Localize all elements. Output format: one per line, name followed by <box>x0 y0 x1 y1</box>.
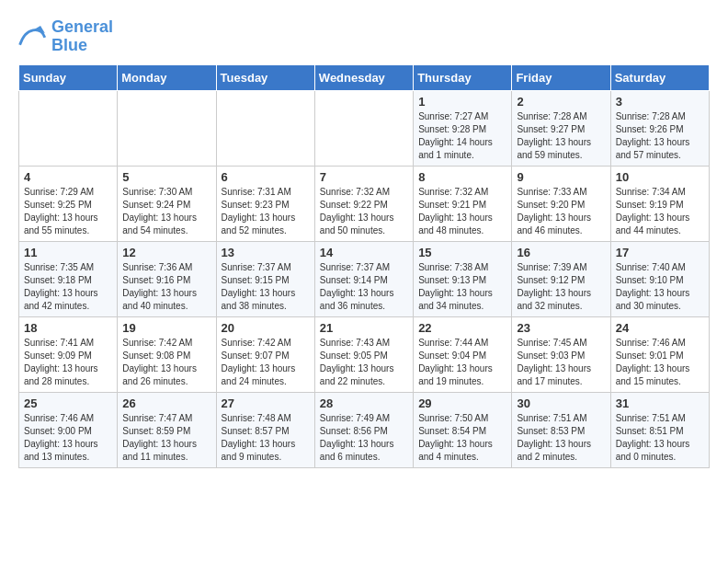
calendar-cell: 2Sunrise: 7:28 AM Sunset: 9:27 PM Daylig… <box>512 90 610 166</box>
day-of-week-header: Thursday <box>414 64 512 90</box>
day-number: 11 <box>24 246 112 259</box>
day-info: Sunrise: 7:37 AM Sunset: 9:14 PM Dayligh… <box>320 261 408 313</box>
calendar-cell <box>314 90 413 166</box>
calendar-cell: 5Sunrise: 7:30 AM Sunset: 9:24 PM Daylig… <box>118 166 216 241</box>
day-number: 18 <box>24 321 112 335</box>
calendar-cell: 30Sunrise: 7:51 AM Sunset: 8:53 PM Dayli… <box>512 392 610 467</box>
day-number: 15 <box>418 246 506 259</box>
day-of-week-header: Monday <box>118 64 216 90</box>
day-number: 13 <box>222 246 310 259</box>
day-info: Sunrise: 7:46 AM Sunset: 9:00 PM Dayligh… <box>24 412 112 464</box>
calendar-cell: 26Sunrise: 7:47 AM Sunset: 8:59 PM Dayli… <box>118 392 216 467</box>
day-info: Sunrise: 7:32 AM Sunset: 9:21 PM Dayligh… <box>418 186 506 237</box>
day-number: 4 <box>24 170 112 184</box>
day-info: Sunrise: 7:49 AM Sunset: 8:56 PM Dayligh… <box>320 412 408 464</box>
day-info: Sunrise: 7:40 AM Sunset: 9:10 PM Dayligh… <box>616 261 704 313</box>
calendar-cell <box>216 90 314 166</box>
calendar-cell: 28Sunrise: 7:49 AM Sunset: 8:56 PM Dayli… <box>314 392 413 467</box>
day-info: Sunrise: 7:38 AM Sunset: 9:13 PM Dayligh… <box>418 261 506 313</box>
calendar-cell: 21Sunrise: 7:43 AM Sunset: 9:05 PM Dayli… <box>314 316 413 392</box>
calendar-cell <box>19 90 118 166</box>
day-number: 20 <box>222 321 310 335</box>
day-info: Sunrise: 7:33 AM Sunset: 9:20 PM Dayligh… <box>517 186 605 237</box>
day-number: 2 <box>517 95 605 109</box>
page-header: General Blue <box>18 18 710 55</box>
day-info: Sunrise: 7:39 AM Sunset: 9:12 PM Dayligh… <box>517 261 605 313</box>
day-number: 1 <box>418 95 506 109</box>
day-info: Sunrise: 7:51 AM Sunset: 8:53 PM Dayligh… <box>517 412 605 464</box>
day-info: Sunrise: 7:31 AM Sunset: 9:23 PM Dayligh… <box>222 186 310 237</box>
day-of-week-header: Sunday <box>19 64 118 90</box>
day-info: Sunrise: 7:45 AM Sunset: 9:03 PM Dayligh… <box>517 337 605 388</box>
day-info: Sunrise: 7:44 AM Sunset: 9:04 PM Dayligh… <box>418 337 506 388</box>
calendar-cell: 29Sunrise: 7:50 AM Sunset: 8:54 PM Dayli… <box>414 392 512 467</box>
calendar-cell: 22Sunrise: 7:44 AM Sunset: 9:04 PM Dayli… <box>414 316 512 392</box>
calendar-cell: 25Sunrise: 7:46 AM Sunset: 9:00 PM Dayli… <box>19 392 118 467</box>
calendar-cell: 10Sunrise: 7:34 AM Sunset: 9:19 PM Dayli… <box>610 166 709 241</box>
day-number: 29 <box>418 396 506 410</box>
day-number: 7 <box>320 170 408 184</box>
day-number: 26 <box>122 396 210 410</box>
day-info: Sunrise: 7:48 AM Sunset: 8:57 PM Dayligh… <box>222 412 310 464</box>
calendar-cell: 1Sunrise: 7:27 AM Sunset: 9:28 PM Daylig… <box>414 90 512 166</box>
day-of-week-header: Tuesday <box>216 64 314 90</box>
day-info: Sunrise: 7:27 AM Sunset: 9:28 PM Dayligh… <box>418 110 506 162</box>
day-of-week-header: Saturday <box>610 64 709 90</box>
calendar-cell: 14Sunrise: 7:37 AM Sunset: 9:14 PM Dayli… <box>314 241 413 316</box>
day-info: Sunrise: 7:30 AM Sunset: 9:24 PM Dayligh… <box>122 186 210 237</box>
day-number: 27 <box>222 396 310 410</box>
calendar-cell: 31Sunrise: 7:51 AM Sunset: 8:51 PM Dayli… <box>610 392 709 467</box>
day-number: 24 <box>616 321 704 335</box>
calendar-cell: 8Sunrise: 7:32 AM Sunset: 9:21 PM Daylig… <box>414 166 512 241</box>
day-info: Sunrise: 7:29 AM Sunset: 9:25 PM Dayligh… <box>24 186 112 237</box>
day-of-week-header: Wednesday <box>314 64 413 90</box>
day-info: Sunrise: 7:47 AM Sunset: 8:59 PM Dayligh… <box>122 412 210 464</box>
day-number: 12 <box>122 246 210 259</box>
day-number: 5 <box>122 170 210 184</box>
day-number: 16 <box>517 246 605 259</box>
calendar-cell: 23Sunrise: 7:45 AM Sunset: 9:03 PM Dayli… <box>512 316 610 392</box>
day-number: 6 <box>222 170 310 184</box>
day-number: 31 <box>616 396 704 410</box>
day-number: 3 <box>616 95 704 109</box>
calendar-cell: 15Sunrise: 7:38 AM Sunset: 9:13 PM Dayli… <box>414 241 512 316</box>
calendar-cell: 27Sunrise: 7:48 AM Sunset: 8:57 PM Dayli… <box>216 392 314 467</box>
day-number: 21 <box>320 321 408 335</box>
day-info: Sunrise: 7:35 AM Sunset: 9:18 PM Dayligh… <box>24 261 112 313</box>
day-number: 10 <box>616 170 704 184</box>
day-info: Sunrise: 7:37 AM Sunset: 9:15 PM Dayligh… <box>222 261 310 313</box>
day-number: 30 <box>517 396 605 410</box>
calendar-cell: 3Sunrise: 7:28 AM Sunset: 9:26 PM Daylig… <box>610 90 709 166</box>
day-info: Sunrise: 7:41 AM Sunset: 9:09 PM Dayligh… <box>24 337 112 388</box>
calendar-cell: 6Sunrise: 7:31 AM Sunset: 9:23 PM Daylig… <box>216 166 314 241</box>
calendar-cell <box>118 90 216 166</box>
logo: General Blue <box>18 18 113 55</box>
day-info: Sunrise: 7:50 AM Sunset: 8:54 PM Dayligh… <box>418 412 506 464</box>
day-info: Sunrise: 7:32 AM Sunset: 9:22 PM Dayligh… <box>320 186 408 237</box>
day-info: Sunrise: 7:34 AM Sunset: 9:19 PM Dayligh… <box>616 186 704 237</box>
day-number: 8 <box>418 170 506 184</box>
day-number: 22 <box>418 321 506 335</box>
calendar-cell: 13Sunrise: 7:37 AM Sunset: 9:15 PM Dayli… <box>216 241 314 316</box>
day-info: Sunrise: 7:43 AM Sunset: 9:05 PM Dayligh… <box>320 337 408 388</box>
calendar-cell: 16Sunrise: 7:39 AM Sunset: 9:12 PM Dayli… <box>512 241 610 316</box>
calendar-cell: 19Sunrise: 7:42 AM Sunset: 9:08 PM Dayli… <box>118 316 216 392</box>
calendar-cell: 4Sunrise: 7:29 AM Sunset: 9:25 PM Daylig… <box>19 166 118 241</box>
day-number: 17 <box>616 246 704 259</box>
day-number: 9 <box>517 170 605 184</box>
calendar-cell: 18Sunrise: 7:41 AM Sunset: 9:09 PM Dayli… <box>19 316 118 392</box>
day-info: Sunrise: 7:28 AM Sunset: 9:27 PM Dayligh… <box>517 110 605 162</box>
day-number: 23 <box>517 321 605 335</box>
day-number: 25 <box>24 396 112 410</box>
calendar-cell: 17Sunrise: 7:40 AM Sunset: 9:10 PM Dayli… <box>610 241 709 316</box>
calendar-cell: 20Sunrise: 7:42 AM Sunset: 9:07 PM Dayli… <box>216 316 314 392</box>
day-of-week-header: Friday <box>512 64 610 90</box>
day-info: Sunrise: 7:51 AM Sunset: 8:51 PM Dayligh… <box>616 412 704 464</box>
calendar-cell: 24Sunrise: 7:46 AM Sunset: 9:01 PM Dayli… <box>610 316 709 392</box>
day-number: 19 <box>122 321 210 335</box>
day-info: Sunrise: 7:42 AM Sunset: 9:07 PM Dayligh… <box>222 337 310 388</box>
day-info: Sunrise: 7:36 AM Sunset: 9:16 PM Dayligh… <box>122 261 210 313</box>
calendar-cell: 9Sunrise: 7:33 AM Sunset: 9:20 PM Daylig… <box>512 166 610 241</box>
day-info: Sunrise: 7:46 AM Sunset: 9:01 PM Dayligh… <box>616 337 704 388</box>
calendar-cell: 7Sunrise: 7:32 AM Sunset: 9:22 PM Daylig… <box>314 166 413 241</box>
